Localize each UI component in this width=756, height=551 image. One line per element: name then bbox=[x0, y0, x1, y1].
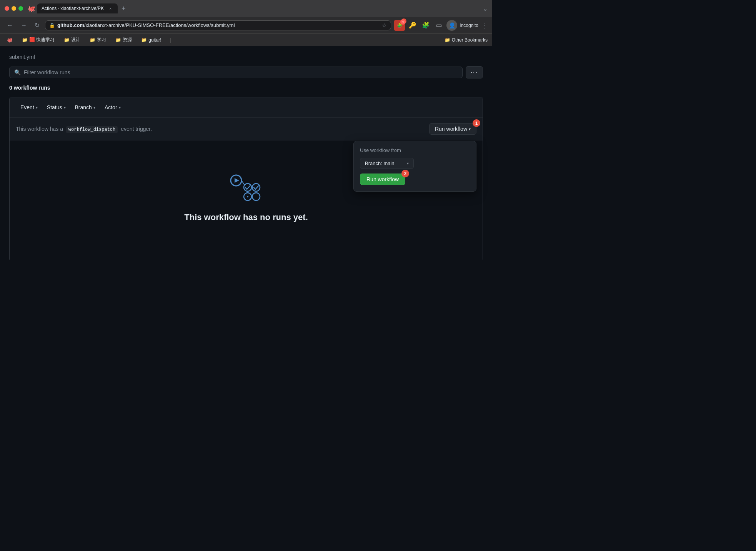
forward-button[interactable]: → bbox=[18, 21, 29, 30]
other-bookmarks[interactable]: 📁 Other Bookmarks bbox=[445, 37, 488, 43]
event-tab-chevron: ▾ bbox=[36, 105, 38, 110]
folder-icon-3: 📁 bbox=[90, 37, 95, 43]
maximize-traffic-light[interactable] bbox=[18, 6, 23, 11]
folder-icon: 📁 bbox=[22, 37, 28, 43]
svg-point-5 bbox=[247, 196, 248, 197]
traffic-lights bbox=[5, 6, 23, 11]
active-tab[interactable]: Actions · xiaotianxt-archive/PK × bbox=[37, 3, 118, 13]
minimize-traffic-light[interactable] bbox=[12, 6, 16, 11]
svg-line-7 bbox=[241, 180, 245, 185]
tab-branch[interactable]: Branch ▾ bbox=[70, 102, 100, 113]
run-workflow-green-button[interactable]: Run workflow bbox=[360, 174, 405, 185]
svg-marker-1 bbox=[235, 178, 239, 183]
close-traffic-light[interactable] bbox=[5, 6, 9, 11]
nav-bar: ← → ↻ 🔒 github.com/xiaotianxt-archive/PK… bbox=[0, 17, 492, 34]
address-domain: github.com bbox=[57, 22, 84, 28]
bookmark-label-5: guitar! bbox=[148, 37, 161, 43]
title-bar: 🐙 Actions · xiaotianxt-archive/PK × + ⌄ bbox=[0, 0, 492, 17]
status-tab-label: Status bbox=[47, 104, 62, 110]
actor-tab-chevron: ▾ bbox=[119, 105, 121, 110]
ext-badge: 1 bbox=[401, 18, 406, 24]
bookmark-label-4: 资源 bbox=[123, 37, 132, 43]
bookmark-divider: | bbox=[170, 37, 171, 43]
bookmarks-bar: 🐙 📁 🟥 快速学习 📁 设计 📁 学习 📁 资源 📁 guitar! | 📁 … bbox=[0, 34, 492, 46]
branch-tab-chevron: ▾ bbox=[93, 105, 95, 110]
breadcrumb-text: submit.yml bbox=[9, 54, 35, 60]
tab-bar: 🐙 Actions · xiaotianxt-archive/PK × + bbox=[28, 3, 480, 13]
new-tab-button[interactable]: + bbox=[119, 4, 128, 13]
step-badge-2: 2 bbox=[401, 170, 409, 177]
filter-tabs: Event ▾ Status ▾ Branch ▾ Actor ▾ bbox=[10, 97, 483, 118]
status-tab-chevron: ▾ bbox=[64, 105, 66, 110]
lock-icon: 🔒 bbox=[49, 23, 55, 28]
svg-point-6 bbox=[252, 193, 260, 200]
actor-tab-label: Actor bbox=[105, 104, 117, 110]
bookmark-guitar[interactable]: 📁 guitar! bbox=[139, 37, 163, 43]
bookmark-github[interactable]: 🐙 bbox=[5, 37, 15, 43]
tab-status[interactable]: Status ▾ bbox=[42, 102, 70, 113]
password-manager-icon[interactable]: 🔑 bbox=[407, 20, 418, 31]
folder-icon-5: 📁 bbox=[141, 37, 147, 43]
folder-icon-2: 📁 bbox=[64, 37, 70, 43]
back-button[interactable]: ← bbox=[5, 21, 15, 30]
step-badge-1: 1 bbox=[473, 119, 480, 127]
incognito-label: Incognito bbox=[460, 23, 478, 28]
browser-chrome: 🐙 Actions · xiaotianxt-archive/PK × + ⌄ … bbox=[0, 0, 492, 46]
branch-tab-label: Branch bbox=[75, 104, 92, 110]
filter-input-wrap: 🔍 bbox=[9, 67, 463, 78]
address-bar[interactable]: 🔒 github.com/xiaotianxt-archive/PKU-SIMS… bbox=[45, 20, 391, 30]
trigger-code: workflow_dispatch bbox=[66, 126, 118, 133]
workflow-svg-icon bbox=[228, 171, 265, 202]
folder-icon-4: 📁 bbox=[115, 37, 121, 43]
runs-count-text: 0 workflow runs bbox=[9, 85, 50, 91]
reload-button[interactable]: ↻ bbox=[32, 21, 42, 30]
run-workflow-label: Run workflow bbox=[435, 126, 467, 132]
breadcrumb: submit.yml bbox=[9, 54, 483, 60]
more-options-btn[interactable]: ⋮ bbox=[481, 21, 488, 30]
tab-event[interactable]: Event ▾ bbox=[16, 102, 42, 113]
ext-icon-label: 🧩 bbox=[397, 23, 403, 28]
runs-count: 0 workflow runs bbox=[9, 85, 483, 91]
bookmark-xuexi[interactable]: 📁 学习 bbox=[87, 36, 108, 44]
window-controls-chevron: ⌄ bbox=[483, 5, 488, 12]
address-text: github.com/xiaotianxt-archive/PKU-SIMSO-… bbox=[57, 22, 378, 28]
trigger-text-before: This workflow has a bbox=[16, 126, 63, 132]
other-bookmarks-label: Other Bookmarks bbox=[452, 37, 488, 43]
branch-select[interactable]: Branch: main ▾ bbox=[360, 158, 414, 169]
dropdown-popup: Use workflow from Branch: main ▾ Run wor… bbox=[353, 141, 476, 192]
profile-icon[interactable]: 👤 bbox=[446, 20, 457, 31]
branch-select-chevron-icon: ▾ bbox=[407, 161, 409, 165]
filter-row: 🔍 ··· bbox=[9, 66, 483, 78]
trigger-text-after: event trigger. bbox=[121, 126, 152, 132]
empty-state-title: This workflow has no runs yet. bbox=[184, 212, 308, 222]
page-content: submit.yml 🔍 ··· 0 workflow runs Event ▾… bbox=[0, 46, 492, 269]
filter-more-button[interactable]: ··· bbox=[466, 66, 483, 78]
run-workflow-green-label: Run workflow bbox=[366, 176, 399, 182]
tab-close-btn[interactable]: × bbox=[108, 6, 113, 11]
sidebar-toggle-icon[interactable]: ▭ bbox=[433, 20, 444, 31]
branch-select-label: Branch: main bbox=[365, 160, 395, 166]
event-tab-label: Event bbox=[20, 104, 34, 110]
extensions-btn[interactable]: 🧩 bbox=[420, 20, 431, 31]
main-panel: Event ▾ Status ▾ Branch ▾ Actor ▾ This w… bbox=[9, 97, 483, 261]
trigger-description: This workflow has a workflow_dispatch ev… bbox=[16, 126, 152, 132]
folder-icon-6: 📁 bbox=[445, 37, 450, 43]
run-workflow-chevron-icon: ▾ bbox=[469, 127, 471, 131]
bookmark-sheji[interactable]: 📁 设计 bbox=[62, 36, 83, 44]
extensions-icon[interactable]: 🧩 1 bbox=[394, 20, 405, 31]
bookmark-star-icon[interactable]: ☆ bbox=[382, 22, 387, 28]
workflow-empty-icon bbox=[228, 171, 265, 203]
bookmark-label-3: 学习 bbox=[97, 37, 106, 43]
address-path: /xiaotianxt-archive/PKU-SIMSO-FREE/actio… bbox=[84, 22, 235, 28]
filter-workflow-input[interactable] bbox=[24, 69, 458, 75]
bookmark-label-2: 设计 bbox=[71, 37, 80, 43]
tab-title: Actions · xiaotianxt-archive/PK bbox=[42, 6, 104, 11]
bookmark-ziyuan[interactable]: 📁 资源 bbox=[113, 36, 134, 44]
tab-actor[interactable]: Actor ▾ bbox=[100, 102, 125, 113]
bookmark-label: 🟥 快速学习 bbox=[29, 37, 55, 43]
bookmark-kuaisu[interactable]: 📁 🟥 快速学习 bbox=[20, 36, 57, 44]
workflow-trigger-bar: This workflow has a workflow_dispatch ev… bbox=[10, 118, 483, 140]
github-icon: 🐙 bbox=[28, 5, 35, 12]
run-workflow-button[interactable]: Run workflow ▾ bbox=[429, 123, 476, 135]
github-bookmark-icon: 🐙 bbox=[7, 37, 13, 43]
